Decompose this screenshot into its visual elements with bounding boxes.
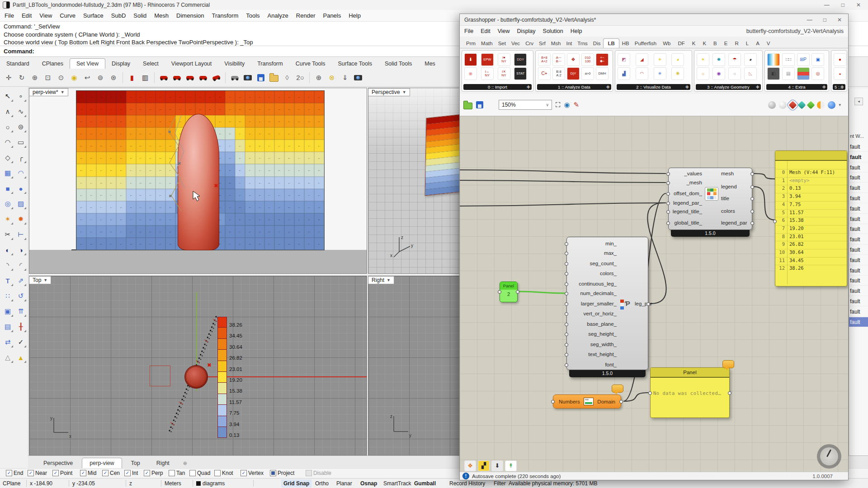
named-view-car-3-icon[interactable] <box>184 72 196 84</box>
chevron-down-icon[interactable]: ▼ <box>43 278 47 282</box>
camera-blue-icon[interactable] <box>352 72 364 84</box>
maximize-icon[interactable]: □ <box>823 17 826 23</box>
gh-tab-srf-5[interactable]: Srf <box>536 39 548 48</box>
box-icon[interactable]: ■ <box>2 183 14 194</box>
osnap-knot[interactable]: Knot <box>214 470 233 476</box>
layer-row[interactable]: fault <box>849 193 868 203</box>
output-mesh[interactable]: mesh <box>721 171 734 176</box>
extrude-icon[interactable]: ⇈ <box>15 305 27 317</box>
menu-item-analyze[interactable]: Analyze <box>268 12 288 19</box>
toolbar-tab-mes[interactable]: Mes <box>418 59 442 69</box>
math-operations-icon[interactable]: +− ✱÷ <box>596 53 609 66</box>
viewport-tab-top[interactable]: Top <box>124 458 147 468</box>
preview-eye-icon[interactable]: ◉ <box>564 101 570 109</box>
human-radiation-icon[interactable]: ☂ <box>728 53 741 66</box>
close-icon[interactable]: ✕ <box>837 17 842 23</box>
radiation-icon[interactable]: ☼ <box>697 67 709 80</box>
split-data-icon[interactable]: B:8 A:2 <box>552 67 565 80</box>
palette-group-label[interactable]: 0 :: Import✚ <box>463 84 532 90</box>
import-epw-icon[interactable]: EPW <box>481 53 494 66</box>
viewport-tab-perp-view[interactable]: perp-view <box>82 458 122 468</box>
custom-preview-blue[interactable] <box>828 101 835 109</box>
osnap-quad[interactable]: Quad <box>189 470 210 476</box>
input-offsetdom[interactable]: offset_dom_ <box>674 191 702 196</box>
color-grid-icon[interactable] <box>797 67 810 80</box>
surface-chart-icon[interactable]: ◠ <box>636 67 648 80</box>
gh-menu-solution[interactable]: Solution <box>543 28 563 34</box>
input-font[interactable]: font_ <box>605 362 617 367</box>
toolbar-tab-viewport-layout[interactable]: Viewport Layout <box>165 59 218 69</box>
markov-widget-icon[interactable]: ↟ <box>505 460 517 471</box>
gh-tab-vec-3[interactable]: Vec <box>509 39 523 48</box>
pipe-icon[interactable]: ╂ <box>15 321 27 333</box>
gradient-icon[interactable] <box>767 53 780 66</box>
view-plane-icon[interactable]: ◊ <box>281 72 293 84</box>
input-segwidth[interactable]: seg_width_ <box>590 342 617 347</box>
menu-item-transform[interactable]: Transform <box>212 12 238 19</box>
profiler-widget-icon[interactable]: ▞ <box>478 460 490 471</box>
palette-group-label[interactable]: 4 :: Extra✚ <box>766 84 827 90</box>
apply-analysis-icon[interactable]: A⋯ B⋯ <box>552 53 565 66</box>
warning-balloon-icon[interactable] <box>612 385 623 393</box>
ellipse-icon[interactable]: ⊜ <box>15 121 27 133</box>
viewport-tab-right[interactable]: Right <box>149 458 177 468</box>
input-connector[interactable] <box>666 181 670 185</box>
rotate-view-icon[interactable]: ↻ <box>16 72 28 84</box>
input-continuousleg[interactable]: continuous_leg_ <box>579 281 617 286</box>
blast-icon[interactable]: ✸ <box>15 213 27 225</box>
component-recolor-mesh[interactable]: _values_meshoffset_dom_legend_par_legend… <box>668 168 752 230</box>
viewport-label-perspective[interactable]: Perspective ▼ <box>368 88 410 96</box>
gh-tab-df-14[interactable]: DF <box>674 39 688 48</box>
day-icon[interactable]: D|Y <box>567 67 580 80</box>
grasshopper-titlebar[interactable]: Grasshopper - butterfly-comfortstudy_V2-… <box>460 14 848 26</box>
status-toggle-filter[interactable]: Filter <box>494 480 506 487</box>
menu-item-help[interactable]: Help <box>349 12 361 19</box>
menu-item-file[interactable]: File <box>5 12 14 19</box>
layer-row[interactable]: fault <box>849 152 868 162</box>
output-connector[interactable] <box>750 172 754 176</box>
honeybee-icon[interactable]: ◒ <box>834 67 846 80</box>
column-circle-object[interactable] <box>184 365 208 389</box>
chevron-down-icon[interactable]: ▾ <box>839 103 841 107</box>
compass-widget[interactable] <box>817 444 841 469</box>
input-connector[interactable] <box>565 272 568 276</box>
legend-parameters-icon[interactable]: ⊞P <box>797 53 810 66</box>
input-connector[interactable] <box>666 221 670 225</box>
status-toggle-osnap[interactable]: Osnap <box>360 480 377 487</box>
component-legend-parameters[interactable]: Ƥ min_max_seg_count_colors_continuous_le… <box>566 237 648 370</box>
open-file-icon[interactable] <box>463 103 472 109</box>
gh-tab-lb-10[interactable]: LB <box>603 38 619 48</box>
move-icon[interactable]: ⇗ <box>15 275 27 286</box>
gh-tab-trns-8[interactable]: Trns <box>575 39 590 48</box>
input-globaltitle[interactable]: global_title_ <box>675 220 702 225</box>
input-connector[interactable] <box>565 242 568 246</box>
panel-data-list[interactable]: 0Mesh (V:44 F:11)1<empty>20.1333.9447.75… <box>775 150 847 286</box>
surface-points-icon[interactable]: ▦ <box>2 167 14 179</box>
input-connector[interactable] <box>565 302 568 306</box>
osnap-near[interactable]: ✓Near <box>28 470 47 476</box>
layer-row[interactable]: fault <box>849 245 868 255</box>
rotate-icon[interactable]: ↺ <box>15 290 27 302</box>
gh-tab-b-17[interactable]: B <box>710 39 721 48</box>
binary-data-icon[interactable]: 010 100 <box>581 53 594 66</box>
osnap-vertex[interactable]: ✓Vertex <box>241 470 264 476</box>
menu-item-curve[interactable]: Curve <box>60 12 75 19</box>
blend-surface-icon[interactable]: ◜ <box>15 259 27 271</box>
viewport-top[interactable]: ✖ 38.2634.4530.6426.8223.0119.2015.3811.… <box>29 276 367 455</box>
input-vertorhoriz[interactable]: vert_or_horiz_ <box>583 311 617 316</box>
warning-balloon-icon[interactable] <box>722 360 734 368</box>
sunlight-hours-icon[interactable]: ☀ <box>697 53 709 66</box>
gh-menu-file[interactable]: File <box>464 28 473 34</box>
search-epw-icon[interactable]: ◉ <box>464 67 477 80</box>
patch-icon[interactable]: ▨ <box>15 198 27 210</box>
radial-rose-icon[interactable]: ❋ <box>671 67 684 80</box>
layer-row[interactable]: fault <box>849 276 868 286</box>
named-view-car-1-icon[interactable] <box>158 72 170 84</box>
gh-tab-dis-9[interactable]: Dis <box>590 39 604 48</box>
zoom-extents-icon[interactable]: ⛶ <box>556 101 561 109</box>
menu-item-solid[interactable]: Solid <box>133 12 146 19</box>
menu-item-panels[interactable]: Panels <box>323 12 341 19</box>
custom-preview-teal[interactable] <box>798 101 806 109</box>
layer-row[interactable]: fault <box>849 307 868 317</box>
input-connector[interactable] <box>565 312 568 316</box>
